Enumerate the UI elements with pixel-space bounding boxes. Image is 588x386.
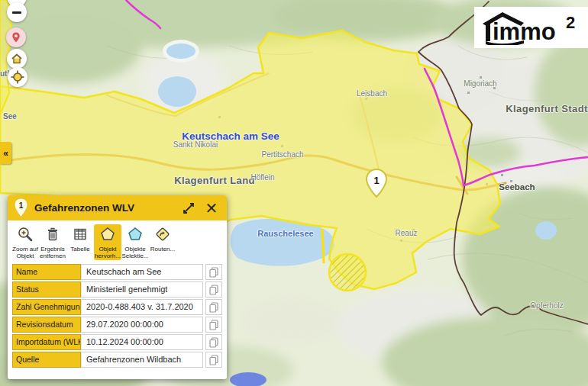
map-label-klagenfurt-land: Klagenfurt Land	[174, 175, 255, 186]
table-row: Status Ministeriell genehmigt	[12, 281, 222, 298]
copy-button[interactable]	[205, 281, 222, 298]
pentagon-cyan-icon	[127, 226, 144, 243]
table-row: Importdatum (WLK) 10.12.2024 00:00:00	[12, 334, 222, 350]
close-panel-button[interactable]: ✕	[204, 201, 219, 216]
panel-header[interactable]: 1 Gefahrenzonen WLV ✕	[8, 195, 227, 220]
chevron-double-left-icon: «	[3, 148, 8, 159]
trash-icon	[44, 226, 61, 243]
table-row: Quelle Gefahrenzonen Wildbach	[12, 352, 222, 368]
hazard-hatch-area	[329, 254, 366, 291]
copy-icon	[209, 337, 218, 348]
map-label-klagenfurt-stadt: Klagenfurt Stadt	[506, 103, 588, 114]
map-label-seebach: Seebach	[499, 182, 535, 191]
home-button[interactable]	[7, 49, 27, 69]
row-label: Status	[12, 281, 81, 298]
logo-sup: 2	[566, 13, 575, 32]
row-value: Gefahrenzonen Wildbach	[81, 352, 203, 368]
location-pin-icon	[10, 31, 22, 43]
map-label-see: See	[3, 112, 17, 121]
map-label-pertitschach: Pertitschach	[261, 150, 303, 159]
row-label: Importdatum (WLK)	[12, 334, 81, 350]
row-label: Revisionsdatum	[12, 317, 81, 333]
row-value: 2020-0.488.403 v. 31.7.2020	[81, 299, 203, 315]
home-icon	[11, 53, 23, 65]
logo-word: immo	[493, 18, 556, 45]
sidebar-collapse-tab[interactable]: «	[0, 142, 11, 164]
map-label-migoriach: Migoriach	[464, 79, 496, 88]
panel-toolbar: Zoom auf Objekt Ergebnis entfernen	[8, 220, 227, 262]
row-label: Name	[12, 264, 81, 280]
row-value: 29.07.2020 00:00:00	[81, 317, 203, 333]
panel-badge-pin-icon: 1	[14, 198, 28, 218]
map-viewport: 1 uth See Leisbach Migoriach Klagenfurt …	[0, 0, 588, 386]
copy-button[interactable]	[205, 352, 222, 368]
zoom-out-button[interactable]	[7, 2, 27, 22]
logo-box: immo 2	[474, 7, 588, 48]
map-label-sankt-nikolai: Sankt Nikolai	[173, 140, 218, 149]
copy-icon	[209, 267, 218, 278]
expand-panel-button[interactable]	[181, 201, 196, 216]
result-panel: 1 Gefahrenzonen WLV ✕ Zoom auf	[8, 195, 227, 379]
copy-button[interactable]	[205, 264, 222, 280]
row-value: Keutschach am See	[81, 264, 203, 280]
row-value: Ministeriell genehmigt	[81, 281, 203, 298]
copy-icon	[209, 302, 218, 313]
row-label: Zahl Genehmigung	[12, 299, 81, 315]
table-row: Zahl Genehmigung 2020-0.488.403 v. 31.7.…	[12, 299, 222, 315]
minus-icon	[12, 11, 21, 14]
expand-arrows-icon	[183, 202, 195, 214]
tool-routes[interactable]: Routen...	[149, 224, 176, 260]
tool-select-objects[interactable]: Objekte Selektie...	[121, 224, 149, 260]
panel-title: Gefahrenzonen WLV	[34, 202, 173, 214]
table-row: Name Keutschach am See	[12, 264, 222, 280]
map-label-rauschelesee: Rauschelesee	[257, 229, 313, 238]
copy-button[interactable]	[205, 334, 222, 350]
pentagon-yellow-icon	[99, 226, 116, 243]
immo-logo: immo 2	[480, 10, 583, 45]
copy-button[interactable]	[205, 299, 222, 315]
row-value: 10.12.2024 00:00:00	[81, 334, 203, 350]
zoom-to-object-icon	[17, 226, 34, 243]
map-label-opferholz: Opferholz	[530, 301, 563, 310]
crosshair-icon	[11, 70, 24, 84]
tool-remove-result[interactable]: Ergebnis entfernen	[39, 224, 66, 260]
copy-button[interactable]	[205, 317, 222, 333]
marker-number: 1	[373, 175, 379, 186]
map-label-leisbach: Leisbach	[357, 89, 387, 98]
copy-icon	[209, 285, 218, 295]
map-label-reauz: Reauz	[396, 229, 418, 237]
attribute-table: Name Keutschach am See Status Ministerie…	[8, 264, 227, 368]
panel-badge-number: 1	[19, 201, 24, 210]
table-icon	[72, 226, 89, 243]
close-icon: ✕	[205, 201, 218, 216]
copy-icon	[209, 320, 218, 330]
tool-highlight-object[interactable]: Objekt hervorh...	[94, 224, 121, 260]
row-label: Quelle	[12, 352, 81, 368]
locate-pin-button[interactable]	[6, 27, 26, 47]
tool-zoom-to-object[interactable]: Zoom auf Objekt	[11, 224, 39, 260]
copy-icon	[209, 355, 218, 365]
tool-table[interactable]: Tabelle	[66, 224, 94, 260]
crosshair-button[interactable]	[8, 67, 27, 87]
map-label-hoeflein: Höflein	[250, 173, 274, 182]
route-sign-icon	[154, 226, 171, 243]
table-row: Revisionsdatum 29.07.2020 00:00:00	[12, 317, 222, 333]
